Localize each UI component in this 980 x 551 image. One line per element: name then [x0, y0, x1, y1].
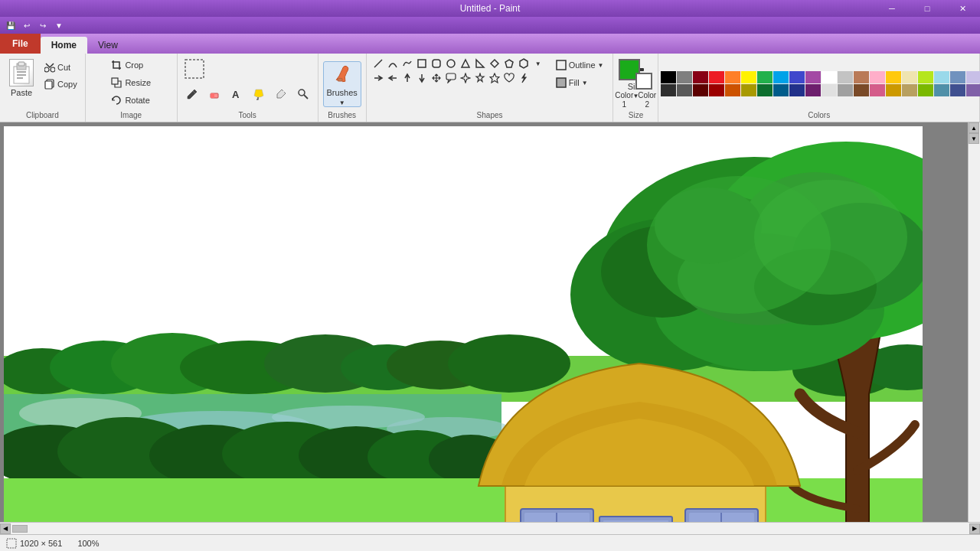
palette-color-17[interactable] — [934, 71, 949, 83]
palette-color-8[interactable] — [789, 71, 805, 83]
palette-color-29[interactable] — [805, 84, 821, 96]
palette-color-33[interactable] — [870, 84, 885, 96]
palette-color-28[interactable] — [789, 84, 805, 96]
shape-more[interactable]: ▼ — [531, 57, 545, 70]
palette-color-12[interactable] — [854, 71, 869, 83]
shape-star5[interactable] — [473, 71, 487, 85]
shape-arrow-up[interactable] — [400, 71, 414, 85]
close-button[interactable]: ✕ — [945, 0, 980, 17]
shape-triangle[interactable] — [459, 57, 472, 70]
palette-color-18[interactable] — [950, 71, 965, 83]
palette-color-2[interactable] — [693, 71, 708, 83]
scroll-thumb[interactable] — [12, 525, 28, 533]
shape-4arrow[interactable] — [430, 71, 443, 85]
shape-pentagon[interactable] — [502, 57, 516, 70]
eyedropper-button[interactable] — [271, 84, 291, 104]
palette-color-23[interactable] — [709, 84, 724, 96]
tab-home[interactable]: Home — [41, 37, 87, 54]
palette-color-26[interactable] — [757, 84, 773, 96]
svg-marker-24 — [491, 60, 498, 67]
rotate-button[interactable]: Rotate — [106, 92, 154, 109]
palette-color-20[interactable] — [661, 84, 676, 96]
shape-heart[interactable] — [502, 71, 516, 85]
palette-color-24[interactable] — [725, 84, 740, 96]
palette-color-19[interactable] — [966, 71, 980, 83]
palette-color-1[interactable] — [677, 71, 692, 83]
palette-color-25[interactable] — [741, 84, 756, 96]
color1-button[interactable]: Color 1 — [615, 91, 633, 109]
palette-color-10[interactable] — [822, 71, 837, 83]
shape-callout[interactable] — [444, 71, 458, 85]
shape-ellipse[interactable] — [444, 57, 458, 70]
palette-color-15[interactable] — [902, 71, 917, 83]
shape-lightning[interactable] — [517, 71, 531, 85]
shape-arrow-right[interactable] — [371, 71, 385, 85]
maximize-button[interactable]: □ — [910, 0, 945, 17]
outline-button[interactable]: Outline ▼ — [551, 57, 609, 73]
fill-shape-button[interactable]: Fill ▼ — [551, 74, 609, 91]
palette-color-11[interactable] — [838, 71, 853, 83]
shape-rounded-rect[interactable] — [430, 57, 443, 70]
palette-color-6[interactable] — [757, 71, 773, 83]
tab-view[interactable]: View — [87, 37, 129, 54]
palette-color-9[interactable] — [805, 71, 821, 83]
palette-color-3[interactable] — [709, 71, 724, 83]
pencil-button[interactable] — [182, 84, 202, 104]
horizontal-scrollbar[interactable]: ◀ ▶ — [0, 522, 980, 534]
canvas-container[interactable] — [0, 122, 968, 522]
palette-color-14[interactable] — [886, 71, 901, 83]
tab-file[interactable]: File — [0, 34, 41, 54]
text-button[interactable]: A — [227, 84, 247, 104]
palette-color-7[interactable] — [773, 71, 789, 83]
palette-color-21[interactable] — [677, 84, 692, 96]
shape-freeform[interactable] — [400, 57, 414, 70]
palette-color-22[interactable] — [693, 84, 708, 96]
magnifier-button[interactable] — [293, 84, 313, 104]
qa-save-button[interactable]: 💾 — [4, 18, 18, 32]
shape-diamond[interactable] — [488, 57, 501, 70]
select-button[interactable] — [182, 57, 207, 81]
shape-star4[interactable] — [459, 71, 472, 85]
shape-curve[interactable] — [386, 57, 400, 70]
palette-color-13[interactable] — [870, 71, 885, 83]
brushes-button[interactable]: Brushes ▼ — [323, 61, 361, 107]
palette-color-16[interactable] — [918, 71, 933, 83]
shape-line[interactable] — [371, 57, 385, 70]
paint-canvas[interactable] — [4, 126, 923, 522]
palette-color-32[interactable] — [854, 84, 869, 96]
palette-color-34[interactable] — [886, 84, 901, 96]
palette-color-39[interactable] — [966, 84, 980, 96]
palette-color-36[interactable] — [918, 84, 933, 96]
vertical-scrollbar[interactable]: ▲ ▼ — [968, 122, 980, 522]
resize-button[interactable]: Resize — [106, 74, 155, 91]
palette-color-0[interactable] — [661, 71, 676, 83]
palette-color-37[interactable] — [934, 84, 949, 96]
shape-right-triangle[interactable] — [473, 57, 487, 70]
crop-button[interactable]: Crop — [106, 57, 148, 73]
palette-color-5[interactable] — [741, 71, 756, 83]
qa-more-button[interactable]: ▼ — [52, 18, 66, 32]
shape-arrow-down[interactable] — [415, 71, 429, 85]
color2-button[interactable]: Color 2 — [638, 91, 656, 109]
palette-color-35[interactable] — [902, 84, 917, 96]
shape-rect[interactable] — [415, 57, 429, 70]
shape-hexagon[interactable] — [517, 57, 531, 70]
palette-color-4[interactable] — [725, 71, 740, 83]
cut-button[interactable]: Cut — [41, 60, 80, 75]
paste-button[interactable]: Paste — [5, 57, 38, 99]
qa-redo-button[interactable]: ↪ — [36, 18, 50, 32]
eraser-button[interactable] — [204, 84, 224, 104]
palette-color-31[interactable] — [838, 84, 853, 96]
palette-color-27[interactable] — [773, 84, 789, 96]
shape-more2[interactable] — [531, 71, 545, 85]
minimize-button[interactable]: ─ — [874, 0, 910, 17]
shape-star6[interactable] — [488, 71, 501, 85]
fill-button[interactable] — [249, 84, 269, 104]
palette-color-30[interactable] — [822, 84, 837, 96]
palette-color-38[interactable] — [950, 84, 965, 96]
titlebar: Untitled - Paint ─ □ ✕ — [0, 0, 980, 17]
copy-button[interactable]: Copy — [41, 77, 80, 92]
svg-line-18 — [374, 60, 382, 67]
qa-undo-button[interactable]: ↩ — [20, 18, 34, 32]
shape-arrow-left[interactable] — [386, 71, 400, 85]
